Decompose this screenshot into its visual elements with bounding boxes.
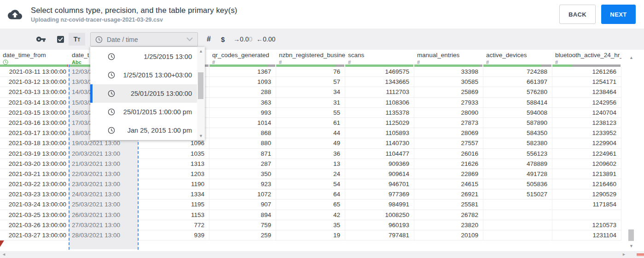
table-cell: 2021-03-15 13:00:00 bbox=[0, 108, 69, 118]
date-format-option[interactable]: 1/25/2015 13:00+03:00 bbox=[90, 66, 197, 84]
scroll-left-icon[interactable]: ◄ bbox=[2, 251, 6, 258]
table-cell: 25/03/2021 13:00 bbox=[69, 199, 138, 210]
table-cell: 1469575 bbox=[345, 67, 414, 77]
table-cell: 2021-03-14 13:00:00 bbox=[0, 98, 69, 108]
quality-bar-segment-gray bbox=[541, 64, 551, 67]
table-cell: 26/03/2021 13:00 bbox=[69, 210, 138, 220]
table-cell: 880 bbox=[209, 138, 276, 148]
scroll-up-icon[interactable]: ▲ bbox=[197, 49, 205, 53]
table-cell: 57 bbox=[276, 77, 345, 87]
column-header-nzbn_registered_busine[interactable]: nzbn_registered_busine# bbox=[276, 50, 345, 67]
next-button[interactable]: NEXT bbox=[601, 5, 636, 24]
scroll-up-icon[interactable]: ▲ bbox=[627, 55, 635, 60]
table-cell: 19 bbox=[276, 230, 345, 240]
increase-decimal-button[interactable]: ←0.00 bbox=[256, 29, 275, 50]
table-cell: 923 bbox=[209, 179, 276, 189]
table-row: 2021-03-23 13:00:0024/03/2021 13:0013341… bbox=[0, 189, 644, 199]
table-cell: 31 bbox=[276, 98, 345, 108]
text-type-button[interactable]: Tt bbox=[69, 33, 85, 46]
date-format-option[interactable]: Jan 25, 2015 1:00 pm bbox=[90, 121, 197, 140]
table-cell: 1014 bbox=[209, 118, 276, 128]
quality-bar-segment-gray bbox=[267, 64, 275, 67]
table-cell: 2021-03-13 13:00:00 bbox=[0, 87, 69, 97]
table-cell: 26921 bbox=[414, 189, 483, 199]
table-cell: 1072 bbox=[209, 189, 276, 199]
date-format-select-value: Date / time bbox=[107, 36, 186, 43]
table-cell: 21/03/2021 13:00 bbox=[69, 159, 138, 169]
table-cell: 1261266 bbox=[552, 67, 621, 77]
quality-bar-segment-green bbox=[414, 64, 480, 67]
table-cell: 2021-03-12 13:00:00 bbox=[0, 77, 69, 87]
quality-bar-segment-green bbox=[0, 64, 67, 67]
table-row: 2021-03-19 13:00:0020/03/2021 13:0010358… bbox=[0, 149, 644, 159]
date-format-option-label: 25/01/2015 1:00:00 pm bbox=[115, 108, 192, 116]
table-cell: 1343665 bbox=[345, 77, 414, 87]
table-cell: 259 bbox=[209, 230, 276, 240]
quality-bar-segment-green bbox=[552, 64, 573, 67]
date-format-select[interactable]: Date / time bbox=[90, 32, 198, 47]
dropdown-scroll-thumb[interactable] bbox=[198, 72, 203, 99]
vertical-scrollbar[interactable]: ▲ ▼ bbox=[627, 50, 635, 251]
table-cell: 1216460 bbox=[552, 179, 621, 189]
quality-bar-segment-green bbox=[276, 64, 336, 67]
table-cell: 2021-03-19 13:00:00 bbox=[0, 149, 69, 159]
table-cell: 759 bbox=[209, 220, 276, 230]
dropdown-scrollbar[interactable]: ▲ ▼ bbox=[197, 47, 205, 140]
table-cell: 54 bbox=[276, 179, 345, 189]
key-icon bbox=[36, 34, 46, 44]
table-cell: 27557 bbox=[414, 138, 483, 148]
date-format-dropdown: 1/25/2015 13:001/25/2015 13:00+03:0025/0… bbox=[90, 47, 205, 140]
upload-status: Uploading nz-covid-tracer-usage-2021-03-… bbox=[31, 17, 238, 23]
table-cell: 24 bbox=[276, 169, 345, 179]
table-cell: 1367 bbox=[209, 67, 276, 77]
date-format-option-label: 1/25/2015 13:00+03:00 bbox=[115, 71, 192, 79]
table-cell: 28090 bbox=[414, 108, 483, 118]
table-cell: 13 bbox=[276, 159, 345, 169]
date-format-option[interactable]: 1/25/2015 13:00 bbox=[90, 47, 197, 66]
back-button[interactable]: BACK bbox=[559, 5, 596, 24]
selected-column-highlight bbox=[69, 240, 138, 249]
scroll-down-icon[interactable]: ▼ bbox=[197, 134, 205, 138]
table-cell: 868 bbox=[209, 128, 276, 138]
table-cell: 2021-03-18 13:00:00 bbox=[0, 138, 69, 148]
table-cell: 76 bbox=[276, 67, 345, 77]
horizontal-scroll-thumb[interactable] bbox=[637, 253, 644, 256]
column-header-date_time_from[interactable]: date_time_from bbox=[0, 50, 69, 67]
table-cell: 1008250 bbox=[345, 210, 414, 220]
table-cell: 1233952 bbox=[552, 128, 621, 138]
column-header-active_devices[interactable]: active_devices# bbox=[483, 50, 552, 67]
horizontal-scrollbar[interactable]: ◄ ► bbox=[0, 251, 644, 258]
currency-type-button[interactable]: $ bbox=[221, 29, 225, 50]
table-cell: 1229904 bbox=[552, 138, 621, 148]
include-column-checkbox[interactable] bbox=[57, 29, 64, 50]
primary-key-button[interactable] bbox=[36, 29, 46, 50]
column-header-qr_codes_generated[interactable]: qr_codes_generated# bbox=[209, 50, 276, 67]
column-quality-bar bbox=[414, 64, 482, 67]
column-header-manual_entries[interactable]: manual_entries# bbox=[414, 50, 483, 67]
vertical-scroll-thumb[interactable] bbox=[628, 229, 634, 241]
table-cell: 2021-03-26 13:00:00 bbox=[0, 220, 69, 230]
date-format-option[interactable]: 25/01/2015 1:00:00 pm bbox=[90, 103, 197, 121]
table-cell: 1334 bbox=[138, 189, 209, 199]
decrease-decimal-button[interactable]: →0.00 bbox=[233, 29, 252, 50]
scroll-down-icon[interactable]: ▼ bbox=[627, 244, 635, 248]
column-quality-bar bbox=[345, 64, 413, 67]
column-header-scans[interactable]: scans# bbox=[345, 50, 414, 67]
table-cell: 25869 bbox=[414, 87, 483, 97]
table-cell: 588414 bbox=[483, 98, 552, 108]
date-format-option[interactable]: 25/01/2015 13:00:00 bbox=[90, 84, 197, 103]
error-marker bbox=[0, 240, 4, 247]
table-cell bbox=[552, 210, 621, 220]
table-cell: 26782 bbox=[414, 210, 483, 220]
column-header-bluetooth_active_24_hr_[interactable]: bluetooth_active_24_hr_# bbox=[552, 50, 621, 67]
scroll-right-icon[interactable]: ► bbox=[622, 251, 626, 258]
table-cell: 28069 bbox=[414, 128, 483, 138]
table-cell: 2021-03-17 13:00:00 bbox=[0, 128, 69, 138]
table-cell: 20/03/2021 13:00 bbox=[69, 149, 138, 159]
csv-upload-wizard: Select columns type, precision, and the … bbox=[0, 0, 644, 258]
selected-option-indicator bbox=[90, 84, 93, 103]
chevron-down-icon bbox=[186, 37, 193, 41]
number-type-button[interactable]: # bbox=[207, 29, 211, 50]
table-cell: 2021-03-20 13:00:00 bbox=[0, 159, 69, 169]
table-cell: 1238123 bbox=[552, 118, 621, 128]
